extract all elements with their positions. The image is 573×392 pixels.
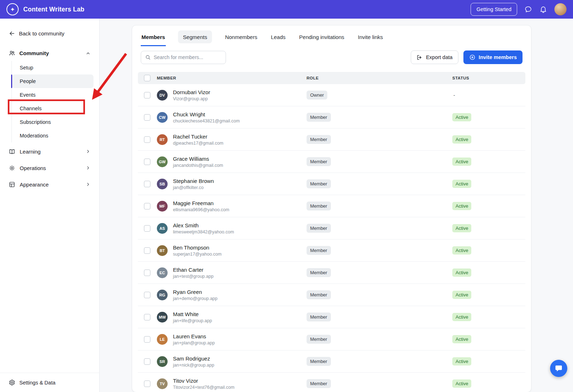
member-email: superjan17@yahoo.com (173, 252, 222, 257)
member-avatar: EC (157, 267, 168, 278)
member-name: Titov Vizor (173, 378, 235, 384)
member-email: jan+demo@group.app (173, 296, 217, 301)
tab-leads[interactable]: Leads (270, 28, 286, 46)
table-row[interactable]: SB Stephanie Brown jan@offkilter.co Memb… (138, 173, 525, 195)
status-badge: Active (452, 313, 471, 321)
table-row[interactable]: DV Dornubari Vizor Vizor@group.app Owner… (138, 84, 525, 106)
row-checkbox[interactable] (144, 136, 150, 143)
role-badge: Member (307, 290, 331, 299)
status-badge: Active (452, 379, 471, 388)
row-checkbox[interactable] (144, 270, 150, 276)
chat-launcher-button[interactable] (550, 360, 567, 377)
sidebar: Back to community Community Setup People… (0, 19, 100, 392)
messages-icon[interactable] (524, 5, 532, 13)
search-icon (145, 54, 151, 60)
role-badge: Member (307, 246, 331, 255)
status-badge: Active (452, 180, 471, 188)
export-data-button[interactable]: Export data (411, 50, 458, 64)
status-badge: Active (452, 224, 471, 232)
member-name: Maggie Freeman (173, 200, 229, 206)
row-checkbox[interactable] (144, 358, 150, 365)
row-checkbox[interactable] (144, 114, 150, 121)
user-avatar[interactable] (554, 3, 567, 15)
table-row[interactable]: RG Ryan Green jan+demo@group.app Member … (138, 284, 525, 306)
search-input[interactable] (154, 54, 222, 60)
member-avatar: SB (157, 179, 168, 189)
member-avatar: BT (157, 245, 168, 256)
member-avatar: AS (157, 223, 168, 234)
member-avatar: RT (157, 134, 168, 145)
table-row[interactable]: BT Ben Thompson superjan17@yahoo.com Mem… (138, 239, 525, 262)
table-row[interactable]: CW Chuck Wright chuckiechesse43821@gmail… (138, 106, 525, 129)
row-checkbox[interactable] (144, 381, 150, 387)
member-name: Sam Rodriguez (173, 355, 214, 362)
sidebar-item-events[interactable]: Events (12, 88, 93, 102)
notifications-bell-icon[interactable] (539, 5, 547, 13)
sidebar-item-setup[interactable]: Setup (12, 61, 93, 74)
row-checkbox[interactable] (144, 159, 150, 165)
member-email: Titovizor24+test76@gmail.com (173, 385, 235, 390)
tab-invite-links[interactable]: Invite links (357, 28, 384, 46)
role-badge: Member (307, 335, 331, 344)
row-checkbox[interactable] (144, 336, 150, 343)
member-email: djpeaches17@gmail.com (173, 141, 223, 146)
sidebar-item-subscriptions[interactable]: Subscriptions (12, 115, 93, 129)
member-avatar: SR (157, 356, 168, 367)
sidebar-item-moderations[interactable]: Moderations (12, 129, 93, 142)
tab-nonmembers[interactable]: Nonmembers (224, 28, 258, 46)
row-checkbox[interactable] (144, 247, 150, 254)
status-badge: Active (452, 158, 471, 166)
chat-bubble-icon (554, 364, 563, 373)
row-checkbox[interactable] (144, 203, 150, 209)
row-checkbox[interactable] (144, 314, 150, 320)
table-row[interactable]: MW Matt White jan+life@group.app Member … (138, 306, 525, 328)
back-to-community-link[interactable]: Back to community (0, 19, 99, 37)
member-avatar: DV (157, 90, 168, 101)
status-badge: Active (452, 135, 471, 144)
invite-members-button[interactable]: Invite members (463, 50, 523, 64)
tab-members[interactable]: Members (141, 28, 166, 46)
member-email: Vizor@group.app (173, 96, 210, 101)
table-row[interactable]: LE Lauren Evans jan+plan@group.app Membe… (138, 328, 525, 350)
sidebar-item-channels[interactable]: Channels (12, 102, 93, 115)
table-row[interactable]: MF Maggie Freeman ellismania9696@yahoo.c… (138, 195, 525, 217)
settings-and-data-link[interactable]: Settings & Data (0, 373, 99, 392)
member-email: jan+test@group.app (173, 274, 213, 279)
table-row[interactable]: AS Alex Smith limesweetjm3842@yahoo.com … (138, 217, 525, 239)
status-badge: - (452, 92, 455, 98)
sidebar-group-community[interactable]: Community (0, 50, 99, 57)
chevron-right-icon (86, 182, 91, 187)
role-badge: Member (307, 268, 331, 277)
row-checkbox[interactable] (144, 92, 150, 98)
table-row[interactable]: GW Grace Williams jancandothis@gmail.com… (138, 151, 525, 173)
members-toolbar: Export data Invite members (132, 46, 531, 70)
select-all-checkbox[interactable] (144, 75, 150, 81)
getting-started-button[interactable]: Getting Started (471, 3, 517, 16)
member-avatar: CW (157, 112, 168, 123)
tab-pending-invitations[interactable]: Pending invitations (298, 28, 345, 46)
community-subnav: Setup People Events Channels Subscriptio… (11, 61, 99, 142)
member-name: Rachel Tucker (173, 134, 223, 140)
settings-gear-icon (9, 379, 15, 386)
column-header-member: MEMBER (157, 76, 307, 80)
sidebar-item-learning[interactable]: Learning (0, 143, 99, 160)
sidebar-item-operations[interactable]: Operations (0, 160, 99, 176)
table-row[interactable]: TV Titov Vizor Titovizor24+test76@gmail.… (138, 373, 525, 392)
status-badge: Active (452, 357, 471, 366)
row-checkbox[interactable] (144, 181, 150, 187)
row-checkbox[interactable] (144, 292, 150, 298)
role-badge: Owner (307, 91, 327, 100)
member-email: jan+life@group.app (173, 318, 212, 323)
table-row[interactable]: SR Sam Rodriguez jan+nick@group.app Memb… (138, 350, 525, 373)
sidebar-item-appearance[interactable]: Appearance (0, 176, 99, 193)
sidebar-item-people[interactable]: People (12, 74, 93, 88)
table-row[interactable]: EC Ethan Carter jan+test@group.app Membe… (138, 262, 525, 284)
member-name: Ryan Green (173, 289, 217, 295)
role-badge: Member (307, 113, 331, 122)
tab-segments[interactable]: Segments (178, 30, 212, 43)
row-checkbox[interactable] (144, 225, 150, 232)
table-row[interactable]: RT Rachel Tucker djpeaches17@gmail.com M… (138, 129, 525, 151)
column-header-role: ROLE (307, 76, 452, 80)
member-email: ellismania9696@yahoo.com (173, 207, 229, 212)
app-logo-icon: ✦ (6, 3, 19, 15)
